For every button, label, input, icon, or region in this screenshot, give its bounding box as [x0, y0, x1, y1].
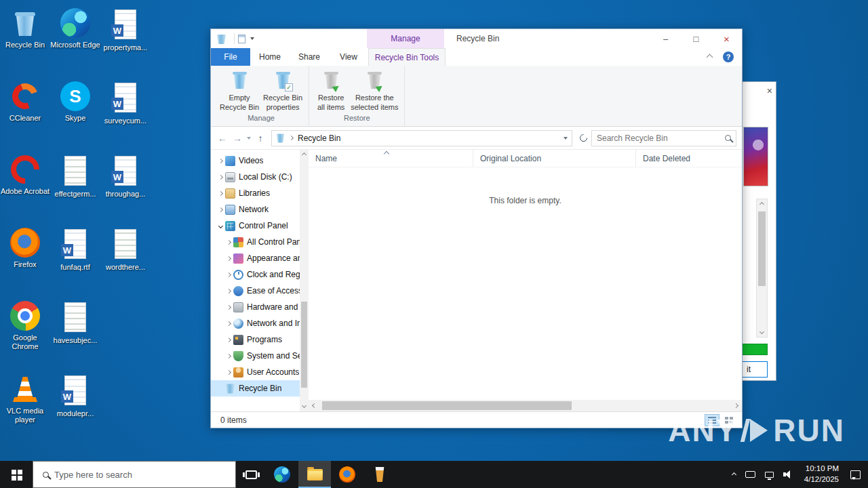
search-box[interactable] — [591, 130, 736, 146]
recent-locations-icon[interactable] — [247, 137, 251, 140]
taskbar-clock[interactable]: 10:10 PM 4/12/2025 — [797, 464, 846, 485]
scroll-down-icon[interactable] — [300, 401, 309, 411]
desktop-icon-skype[interactable]: Skype — [50, 76, 100, 149]
tree-item-libraries[interactable]: Libraries — [211, 185, 300, 201]
tab-file[interactable]: File — [211, 48, 250, 66]
desktop-icon-microsoft-edge[interactable]: Microsoft Edge — [50, 3, 100, 76]
chevron-right-icon[interactable] — [216, 176, 225, 179]
tab-view[interactable]: View — [329, 48, 368, 66]
action-center-button[interactable] — [846, 461, 865, 488]
search-input[interactable] — [597, 134, 722, 143]
chevron-right-icon[interactable] — [216, 208, 225, 211]
tree-scrollbar[interactable] — [300, 150, 309, 411]
taskbar-file-explorer-button[interactable] — [298, 461, 331, 488]
desktop-icon-modulepr[interactable]: modulepr... — [50, 369, 100, 442]
desktop-icon-google-chrome[interactable]: Google Chrome — [0, 296, 50, 369]
empty-recycle-bin-button[interactable]: Empty Recycle Bin — [218, 68, 261, 113]
desktop-icon-vlc[interactable]: VLC media player — [0, 369, 50, 442]
chevron-right-icon[interactable] — [224, 306, 233, 309]
taskbar-search-input[interactable] — [54, 470, 229, 480]
tree-item-control-panel[interactable]: Control Panel — [211, 218, 300, 234]
help-icon[interactable]: ? — [723, 52, 734, 62]
desktop-icon-wordthere[interactable]: wordthere... — [100, 222, 151, 296]
desktop-icon-recycle-bin[interactable]: Recycle Bin — [0, 3, 50, 76]
task-view-button[interactable] — [236, 461, 266, 488]
show-hidden-icons-button[interactable] — [728, 461, 741, 488]
chevron-right-icon[interactable] — [224, 338, 233, 342]
column-header-name[interactable]: Name — [309, 150, 473, 167]
collapse-ribbon-icon[interactable] — [707, 54, 713, 60]
volume-icon[interactable] — [778, 461, 797, 488]
scrollbar-thumb[interactable] — [322, 401, 572, 410]
chevron-right-icon[interactable] — [216, 192, 225, 195]
column-header-original-location[interactable]: Original Location — [473, 150, 636, 167]
chevron-right-icon[interactable] — [224, 241, 233, 244]
scrollbar-thumb[interactable] — [301, 302, 307, 388]
chevron-right-icon[interactable] — [224, 371, 233, 374]
desktop-icon-funfaq[interactable]: funfaq.rtf — [50, 222, 100, 296]
desktop-icon-havesubjec[interactable]: havesubjec... — [50, 296, 100, 369]
column-header-date-deleted[interactable]: Date Deleted — [636, 150, 742, 167]
chevron-right-icon[interactable] — [224, 354, 233, 358]
quick-access-properties-icon[interactable] — [238, 35, 245, 43]
start-button[interactable] — [0, 461, 33, 488]
chevron-right-icon[interactable] — [224, 322, 233, 325]
address-box[interactable]: Recycle Bin — [271, 130, 572, 146]
chevron-down-icon[interactable] — [216, 224, 225, 228]
tree-item-clock-and-region[interactable]: Clock and Regi — [211, 266, 300, 283]
tab-home[interactable]: Home — [250, 48, 290, 66]
tree-item-appearance[interactable]: Appearance an — [211, 250, 300, 266]
scroll-left-icon[interactable] — [309, 400, 320, 411]
tree-item-hardware[interactable]: Hardware and — [211, 299, 300, 315]
chevron-right-icon[interactable] — [224, 289, 233, 293]
breadcrumb-location[interactable]: Recycle Bin — [298, 134, 340, 143]
maximize-button[interactable]: □ — [681, 29, 711, 48]
address-dropdown-icon[interactable] — [564, 137, 568, 140]
background-window-scrollbar[interactable] — [756, 199, 768, 338]
scroll-right-icon[interactable] — [730, 400, 742, 411]
minimize-button[interactable]: – — [650, 29, 681, 48]
tree-item-recycle-bin[interactable]: Recycle Bin — [211, 380, 300, 396]
desktop-icon-firefox[interactable]: Firefox — [0, 222, 50, 296]
chevron-right-icon[interactable] — [216, 159, 225, 163]
touch-keyboard-icon[interactable] — [741, 461, 760, 488]
tree-item-network[interactable]: Network — [211, 201, 300, 218]
desktop-icon-propertyma[interactable]: propertyma... — [100, 3, 151, 76]
chevron-right-icon[interactable] — [224, 273, 233, 277]
forward-button[interactable]: → — [230, 133, 245, 144]
tree-item-network-and-internet[interactable]: Network and In — [211, 315, 300, 331]
back-button[interactable]: ← — [215, 133, 230, 144]
taskbar-edge-button[interactable] — [266, 461, 298, 488]
tree-item-videos[interactable]: Videos — [211, 152, 300, 169]
tab-share[interactable]: Share — [290, 48, 329, 66]
tree-item-local-disk-c[interactable]: Local Disk (C:) — [211, 169, 300, 185]
desktop-icon-throughag[interactable]: throughag... — [100, 149, 151, 222]
network-icon[interactable] — [760, 461, 778, 488]
scroll-up-icon[interactable] — [757, 199, 767, 209]
tree-item-all-control-panel-items[interactable]: All Control Pan — [211, 234, 300, 250]
chevron-right-icon[interactable] — [224, 257, 233, 260]
desktop-icon-surveycum[interactable]: surveycum... — [100, 76, 151, 149]
restore-selected-items-button[interactable]: Restore the selected items — [349, 68, 400, 113]
background-window-close-icon[interactable]: × — [767, 85, 772, 96]
taskbar-search-box[interactable] — [33, 461, 236, 488]
tab-recycle-bin-tools[interactable]: Recycle Bin Tools — [368, 48, 446, 66]
close-button[interactable]: × — [711, 29, 742, 48]
tree-item-system-and-security[interactable]: System and Se — [211, 348, 300, 364]
customize-quick-access-icon[interactable] — [250, 37, 254, 40]
tree-item-user-accounts[interactable]: User Accounts — [211, 364, 300, 380]
scrollbar-thumb[interactable] — [758, 211, 766, 286]
desktop-icon-effectgerm[interactable]: effectgerm... — [50, 149, 100, 222]
refresh-icon[interactable] — [578, 133, 589, 144]
taskbar-firefox-button[interactable] — [331, 461, 363, 488]
tree-item-ease-of-access[interactable]: Ease of Access — [211, 283, 300, 299]
up-button[interactable]: ↑ — [253, 133, 268, 144]
restore-all-items-button[interactable]: Restore all items — [313, 68, 349, 113]
desktop-icon-ccleaner[interactable]: CCleaner — [0, 76, 50, 149]
scroll-down-icon[interactable] — [757, 327, 767, 337]
tree-item-programs[interactable]: Programs — [211, 331, 300, 348]
recycle-bin-properties-button[interactable]: ✓ Recycle Bin properties — [261, 68, 304, 113]
horizontal-scrollbar[interactable] — [309, 400, 742, 411]
desktop-icon-adobe-acrobat[interactable]: Adobe Acrobat — [0, 149, 50, 222]
scroll-up-icon[interactable] — [300, 150, 309, 160]
